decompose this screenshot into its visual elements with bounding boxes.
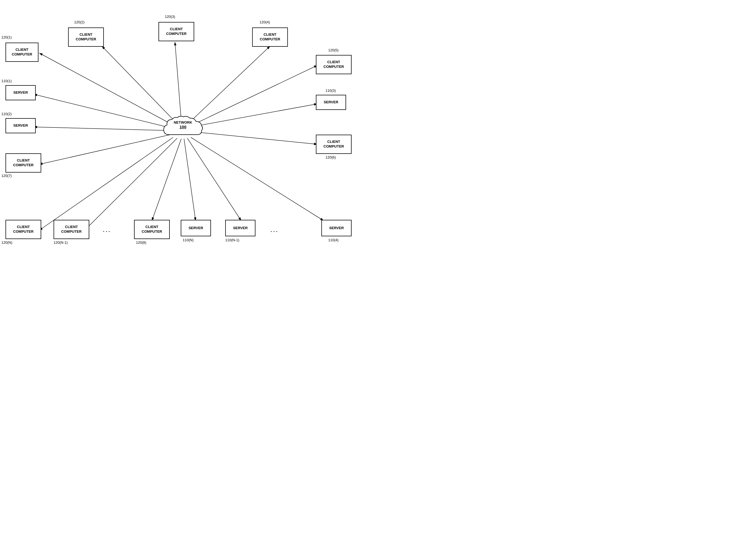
network-id: 100	[161, 124, 205, 129]
node-120-1: CLIENTCOMPUTER	[5, 43, 38, 62]
network-diagram: NETWORK 100 CLIENTCOMPUTER 120(1) CLIENT…	[0, 0, 366, 280]
node-110-N1: SERVER	[225, 220, 256, 236]
node-120-N1: CLIENTCOMPUTER	[54, 220, 89, 239]
label-110-N: 110(N)	[183, 238, 194, 242]
label-120-2: 120(2)	[74, 20, 85, 24]
label-110-2: 110(2)	[1, 112, 12, 116]
dots-server-bottom: . . .	[271, 228, 278, 233]
svg-line-8	[39, 135, 170, 164]
svg-line-10	[194, 132, 317, 144]
node-120-2: CLIENTCOMPUTER	[68, 27, 104, 47]
svg-line-3	[175, 42, 181, 121]
label-110-1: 110(1)	[1, 79, 12, 83]
svg-line-14	[184, 139, 196, 221]
svg-line-6	[34, 94, 170, 128]
dots-client-bottom: . . .	[103, 228, 110, 233]
svg-line-16	[191, 137, 324, 221]
node-120-3: CLIENTCOMPUTER	[159, 22, 194, 41]
label-120-3: 120(3)	[165, 15, 175, 19]
network-cloud: NETWORK 100	[161, 115, 205, 148]
node-110-3: SERVER	[316, 95, 346, 110]
node-110-4: SERVER	[322, 220, 352, 236]
node-110-1: SERVER	[5, 85, 36, 100]
svg-line-13	[152, 139, 181, 221]
node-120-4: CLIENTCOMPUTER	[252, 27, 288, 47]
svg-line-1	[39, 53, 173, 125]
network-label: NETWORK	[161, 120, 205, 124]
node-120-6: CLIENTCOMPUTER	[316, 135, 352, 154]
label-120-N1: 120(N-1)	[54, 240, 68, 245]
node-120-8: CLIENTCOMPUTER	[134, 220, 170, 239]
svg-line-4	[190, 46, 270, 122]
label-110-3: 110(3)	[326, 88, 336, 93]
svg-line-2	[102, 46, 176, 122]
svg-line-7	[34, 127, 169, 131]
node-120-N: CLIENTCOMPUTER	[5, 220, 41, 239]
label-120-7: 120(7)	[1, 174, 12, 178]
label-120-4: 120(4)	[260, 20, 270, 24]
svg-line-15	[187, 138, 241, 221]
node-120-5: CLIENTCOMPUTER	[316, 55, 352, 74]
svg-line-11	[39, 137, 173, 230]
label-120-1: 120(1)	[1, 35, 12, 39]
node-120-7: CLIENTCOMPUTER	[5, 153, 41, 173]
svg-line-9	[194, 104, 317, 126]
node-110-2: SERVER	[5, 118, 36, 133]
label-120-5: 120(5)	[328, 48, 339, 52]
label-110-N1: 110(N-1)	[225, 238, 239, 242]
node-110-N: SERVER	[181, 220, 211, 236]
label-120-N: 120(N)	[1, 240, 12, 245]
label-120-8: 120(8)	[136, 240, 146, 245]
svg-line-12	[85, 138, 177, 230]
label-110-4: 110(4)	[328, 238, 339, 242]
svg-line-5	[192, 65, 317, 125]
label-120-6: 120(6)	[326, 155, 336, 159]
